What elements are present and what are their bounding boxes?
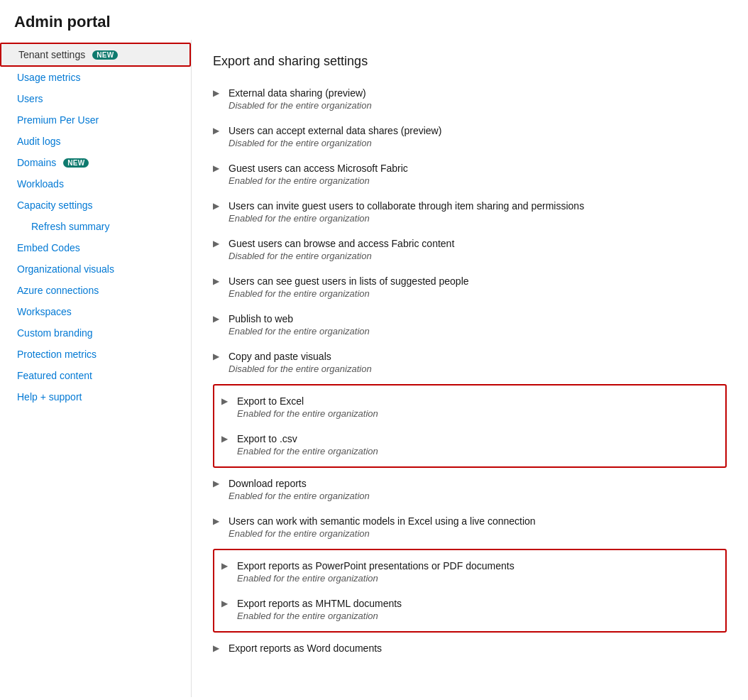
chevron-right-icon: ▶ (221, 598, 231, 608)
sidebar-item-embed-codes[interactable]: Embed Codes (0, 237, 191, 258)
sidebar-item-label-usage-metrics: Usage metrics (17, 72, 80, 83)
sidebar-item-label-refresh-summary: Refresh summary (31, 221, 109, 232)
chevron-right-icon: ▶ (213, 478, 223, 488)
chevron-right-icon: ▶ (213, 88, 223, 98)
setting-status-guest-browse-fabric: Disabled for the entire organization (229, 251, 727, 261)
setting-name-export-mhtml: Export reports as MHTML documents (237, 598, 402, 609)
setting-name-publish-to-web: Publish to web (229, 313, 293, 324)
chevron-right-icon: ▶ (213, 239, 223, 248)
setting-header-accept-external-data-shares[interactable]: ▶Users can accept external data shares (… (213, 125, 727, 136)
chevron-right-icon: ▶ (221, 561, 231, 571)
setting-header-export-powerpoint-pdf[interactable]: ▶Export reports as PowerPoint presentati… (221, 560, 718, 572)
setting-name-export-word: Export reports as Word documents (229, 642, 382, 654)
sidebar-item-users[interactable]: Users (0, 88, 191, 109)
sidebar-item-workloads[interactable]: Workloads (0, 173, 191, 195)
setting-item-publish-to-web: ▶Publish to webEnabled for the entire or… (213, 306, 727, 344)
sidebar-item-tenant-settings[interactable]: Tenant settingsNew (0, 43, 191, 67)
chevron-right-icon: ▶ (213, 643, 223, 653)
sidebar-item-label-workloads: Workloads (17, 178, 64, 190)
setting-header-semantic-models-excel[interactable]: ▶Users can work with semantic models in … (213, 515, 727, 527)
setting-status-export-to-csv: Enabled for the entire organization (237, 446, 718, 456)
setting-item-download-reports: ▶Download reportsEnabled for the entire … (213, 471, 727, 508)
setting-status-export-mhtml: Enabled for the entire organization (237, 611, 718, 621)
setting-header-export-mhtml[interactable]: ▶Export reports as MHTML documents (221, 598, 718, 609)
chevron-right-icon: ▶ (213, 201, 223, 211)
setting-item-invite-guest-users: ▶Users can invite guest users to collabo… (213, 193, 727, 231)
badge-new-domains: New (63, 158, 89, 168)
sidebar-item-capacity-settings[interactable]: Capacity settings (0, 195, 191, 216)
chevron-right-icon: ▶ (213, 314, 223, 324)
setting-item-export-to-csv: ▶Export to .csvEnabled for the entire or… (214, 426, 725, 464)
highlighted-group-group2: ▶Export reports as PowerPoint presentati… (213, 549, 727, 633)
chevron-right-icon: ▶ (213, 351, 223, 361)
sidebar-item-protection-metrics[interactable]: Protection metrics (0, 344, 191, 365)
setting-header-copy-paste-visuals[interactable]: ▶Copy and paste visuals (213, 351, 727, 362)
setting-header-export-to-csv[interactable]: ▶Export to .csv (221, 433, 718, 444)
sidebar-item-label-audit-logs: Audit logs (17, 136, 60, 147)
setting-header-invite-guest-users[interactable]: ▶Users can invite guest users to collabo… (213, 200, 727, 212)
setting-status-export-powerpoint-pdf: Enabled for the entire organization (237, 573, 718, 584)
setting-header-export-to-excel[interactable]: ▶Export to Excel (221, 395, 718, 407)
page-title: Admin portal (0, 0, 748, 40)
setting-name-download-reports: Download reports (229, 478, 307, 489)
setting-name-accept-external-data-shares: Users can accept external data shares (p… (229, 125, 441, 136)
setting-item-export-to-excel: ▶Export to ExcelEnabled for the entire o… (214, 388, 725, 426)
setting-header-guest-users-suggested[interactable]: ▶Users can see guest users in lists of s… (213, 275, 727, 287)
section-title: Export and sharing settings (213, 54, 727, 69)
setting-header-export-word[interactable]: ▶Export reports as Word documents (213, 642, 727, 654)
setting-name-external-data-sharing: External data sharing (preview) (229, 87, 366, 99)
main-content: Export and sharing settings ▶External da… (192, 40, 748, 697)
chevron-right-icon: ▶ (213, 126, 223, 136)
setting-header-guest-access-fabric[interactable]: ▶Guest users can access Microsoft Fabric (213, 163, 727, 174)
chevron-right-icon: ▶ (213, 276, 223, 286)
setting-status-guest-users-suggested: Enabled for the entire organization (229, 288, 727, 299)
chevron-right-icon: ▶ (213, 163, 223, 173)
sidebar-item-label-protection-metrics: Protection metrics (17, 349, 97, 360)
settings-list: ▶External data sharing (preview)Disabled… (213, 80, 727, 661)
highlighted-group-group1: ▶Export to ExcelEnabled for the entire o… (213, 384, 727, 468)
sidebar-item-azure-connections[interactable]: Azure connections (0, 280, 191, 301)
setting-item-accept-external-data-shares: ▶Users can accept external data shares (… (213, 118, 727, 155)
setting-item-external-data-sharing: ▶External data sharing (preview)Disabled… (213, 80, 727, 118)
setting-status-external-data-sharing: Disabled for the entire organization (229, 100, 727, 111)
sidebar-item-label-domains: Domains (17, 157, 56, 168)
setting-item-copy-paste-visuals: ▶Copy and paste visualsDisabled for the … (213, 344, 727, 381)
sidebar-item-label-premium-per-user: Premium Per User (17, 114, 99, 126)
sidebar-item-label-custom-branding: Custom branding (17, 327, 93, 339)
setting-item-export-word: ▶Export reports as Word documents (213, 635, 727, 661)
setting-status-guest-access-fabric: Enabled for the entire organization (229, 175, 727, 186)
badge-new-tenant-settings: New (92, 50, 118, 60)
sidebar-item-refresh-summary[interactable]: Refresh summary (0, 216, 191, 237)
chevron-right-icon: ▶ (213, 516, 223, 526)
sidebar-item-custom-branding[interactable]: Custom branding (0, 322, 191, 344)
sidebar-item-organizational-visuals[interactable]: Organizational visuals (0, 258, 191, 280)
setting-name-invite-guest-users: Users can invite guest users to collabor… (229, 200, 584, 212)
setting-item-guest-browse-fabric: ▶Guest users can browse and access Fabri… (213, 231, 727, 268)
sidebar-item-workspaces[interactable]: Workspaces (0, 301, 191, 322)
setting-name-export-powerpoint-pdf: Export reports as PowerPoint presentatio… (237, 560, 515, 572)
setting-status-export-to-excel: Enabled for the entire organization (237, 408, 718, 419)
sidebar-item-audit-logs[interactable]: Audit logs (0, 131, 191, 152)
sidebar-item-featured-content[interactable]: Featured content (0, 365, 191, 386)
setting-name-export-to-csv: Export to .csv (237, 433, 297, 444)
sidebar-item-help-support[interactable]: Help + support (0, 386, 191, 408)
setting-name-guest-access-fabric: Guest users can access Microsoft Fabric (229, 163, 408, 174)
setting-header-guest-browse-fabric[interactable]: ▶Guest users can browse and access Fabri… (213, 238, 727, 249)
sidebar: Tenant settingsNewUsage metricsUsersPrem… (0, 40, 192, 697)
setting-status-semantic-models-excel: Enabled for the entire organization (229, 528, 727, 539)
sidebar-item-premium-per-user[interactable]: Premium Per User (0, 109, 191, 131)
setting-item-export-powerpoint-pdf: ▶Export reports as PowerPoint presentati… (214, 553, 725, 591)
sidebar-item-label-organizational-visuals: Organizational visuals (17, 263, 114, 275)
setting-header-download-reports[interactable]: ▶Download reports (213, 478, 727, 489)
setting-status-copy-paste-visuals: Disabled for the entire organization (229, 363, 727, 374)
sidebar-item-usage-metrics[interactable]: Usage metrics (0, 67, 191, 88)
sidebar-item-domains[interactable]: DomainsNew (0, 152, 191, 173)
chevron-right-icon: ▶ (221, 434, 231, 444)
setting-header-publish-to-web[interactable]: ▶Publish to web (213, 313, 727, 324)
setting-item-export-mhtml: ▶Export reports as MHTML documentsEnable… (214, 591, 725, 628)
sidebar-item-label-workspaces: Workspaces (17, 306, 72, 317)
setting-name-semantic-models-excel: Users can work with semantic models in E… (229, 515, 536, 527)
setting-name-export-to-excel: Export to Excel (237, 395, 304, 407)
setting-header-external-data-sharing[interactable]: ▶External data sharing (preview) (213, 87, 727, 99)
setting-name-copy-paste-visuals: Copy and paste visuals (229, 351, 331, 362)
